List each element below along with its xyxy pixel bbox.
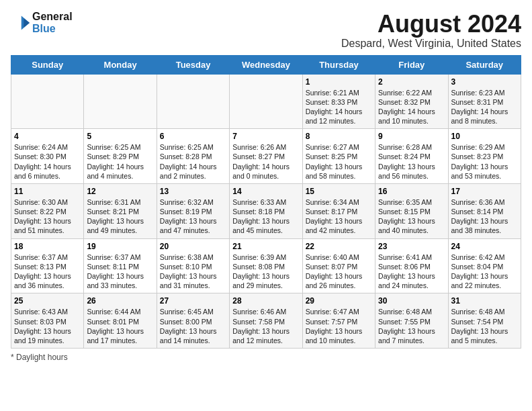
calendar-week-row: 4Sunrise: 6:24 AMSunset: 8:30 PMDaylight… xyxy=(11,129,521,184)
calendar-cell: 23Sunrise: 6:41 AMSunset: 8:06 PMDayligh… xyxy=(375,238,448,293)
calendar-cell: 6Sunrise: 6:25 AMSunset: 8:28 PMDaylight… xyxy=(157,129,229,184)
day-info: Sunrise: 6:32 AMSunset: 8:19 PMDaylight:… xyxy=(160,197,226,236)
calendar-header: SundayMondayTuesdayWednesdayThursdayFrid… xyxy=(11,55,521,74)
calendar-week-row: 11Sunrise: 6:30 AMSunset: 8:22 PMDayligh… xyxy=(11,183,521,238)
day-info: Sunrise: 6:36 AMSunset: 8:14 PMDaylight:… xyxy=(451,197,518,236)
subtitle: Despard, West Virginia, United States xyxy=(341,38,521,50)
main-title: August 2024 xyxy=(341,11,521,38)
day-number: 5 xyxy=(87,132,153,141)
calendar-cell: 12Sunrise: 6:31 AMSunset: 8:21 PMDayligh… xyxy=(84,183,157,238)
day-info: Sunrise: 6:31 AMSunset: 8:21 PMDaylight:… xyxy=(87,197,153,236)
day-info: Sunrise: 6:43 AMSunset: 8:03 PMDaylight:… xyxy=(14,307,81,345)
day-number: 23 xyxy=(378,242,445,251)
day-number: 4 xyxy=(14,132,81,141)
calendar-cell: 9Sunrise: 6:28 AMSunset: 8:24 PMDaylight… xyxy=(375,129,448,184)
calendar-cell: 7Sunrise: 6:26 AMSunset: 8:27 PMDaylight… xyxy=(230,129,302,184)
day-of-week-header: Thursday xyxy=(302,55,375,74)
calendar-cell: 4Sunrise: 6:24 AMSunset: 8:30 PMDaylight… xyxy=(11,129,84,184)
day-info: Sunrise: 6:28 AMSunset: 8:24 PMDaylight:… xyxy=(378,142,445,181)
calendar-cell: 18Sunrise: 6:37 AMSunset: 8:13 PMDayligh… xyxy=(11,238,84,293)
calendar-cell: 14Sunrise: 6:33 AMSunset: 8:18 PMDayligh… xyxy=(230,183,302,238)
day-number: 13 xyxy=(160,187,226,196)
calendar-cell: 17Sunrise: 6:36 AMSunset: 8:14 PMDayligh… xyxy=(448,183,521,238)
calendar-cell: 3Sunrise: 6:23 AMSunset: 8:31 PMDaylight… xyxy=(448,74,521,129)
day-of-week-header: Tuesday xyxy=(157,55,229,74)
day-info: Sunrise: 6:23 AMSunset: 8:31 PMDaylight:… xyxy=(451,88,518,126)
day-number: 9 xyxy=(378,132,445,141)
header: General Blue August 2024 Despard, West V… xyxy=(11,11,521,50)
calendar-cell: 24Sunrise: 6:42 AMSunset: 8:04 PMDayligh… xyxy=(448,238,521,293)
day-number: 29 xyxy=(306,296,372,306)
calendar-cell xyxy=(84,74,157,129)
day-number: 21 xyxy=(232,242,299,251)
calendar-cell xyxy=(11,74,84,129)
calendar-cell: 15Sunrise: 6:34 AMSunset: 8:17 PMDayligh… xyxy=(302,183,375,238)
day-number: 17 xyxy=(451,187,518,196)
footer-note: * Daylight hours xyxy=(11,353,521,362)
calendar-cell: 1Sunrise: 6:21 AMSunset: 8:33 PMDaylight… xyxy=(302,74,375,129)
day-info: Sunrise: 6:25 AMSunset: 8:29 PMDaylight:… xyxy=(87,142,153,181)
day-info: Sunrise: 6:33 AMSunset: 8:18 PMDaylight:… xyxy=(232,197,299,236)
day-info: Sunrise: 6:42 AMSunset: 8:04 PMDaylight:… xyxy=(451,253,518,291)
day-number: 22 xyxy=(306,242,372,251)
day-info: Sunrise: 6:21 AMSunset: 8:33 PMDaylight:… xyxy=(306,88,372,126)
day-info: Sunrise: 6:37 AMSunset: 8:11 PMDaylight:… xyxy=(87,253,153,291)
day-number: 14 xyxy=(232,187,299,196)
day-of-week-header: Saturday xyxy=(448,55,521,74)
calendar-week-row: 18Sunrise: 6:37 AMSunset: 8:13 PMDayligh… xyxy=(11,238,521,293)
day-number: 3 xyxy=(451,77,518,87)
day-info: Sunrise: 6:48 AMSunset: 7:54 PMDaylight:… xyxy=(451,307,518,345)
calendar-week-row: 25Sunrise: 6:43 AMSunset: 8:03 PMDayligh… xyxy=(11,293,521,349)
day-number: 2 xyxy=(378,77,445,87)
day-number: 8 xyxy=(306,132,372,141)
calendar-cell: 21Sunrise: 6:39 AMSunset: 8:08 PMDayligh… xyxy=(230,238,302,293)
logo-icon xyxy=(11,13,30,32)
calendar-cell: 26Sunrise: 6:44 AMSunset: 8:01 PMDayligh… xyxy=(84,293,157,349)
day-info: Sunrise: 6:47 AMSunset: 7:57 PMDaylight:… xyxy=(306,307,372,345)
calendar-cell: 27Sunrise: 6:45 AMSunset: 8:00 PMDayligh… xyxy=(157,293,229,349)
day-number: 11 xyxy=(14,187,81,196)
calendar-cell: 29Sunrise: 6:47 AMSunset: 7:57 PMDayligh… xyxy=(302,293,375,349)
calendar-cell: 20Sunrise: 6:38 AMSunset: 8:10 PMDayligh… xyxy=(157,238,229,293)
day-info: Sunrise: 6:26 AMSunset: 8:27 PMDaylight:… xyxy=(232,142,299,181)
calendar-cell: 10Sunrise: 6:29 AMSunset: 8:23 PMDayligh… xyxy=(448,129,521,184)
calendar-cell: 2Sunrise: 6:22 AMSunset: 8:32 PMDaylight… xyxy=(375,74,448,129)
day-info: Sunrise: 6:38 AMSunset: 8:10 PMDaylight:… xyxy=(160,253,226,291)
logo-text: General Blue xyxy=(32,11,73,34)
calendar-cell: 16Sunrise: 6:35 AMSunset: 8:15 PMDayligh… xyxy=(375,183,448,238)
day-info: Sunrise: 6:30 AMSunset: 8:22 PMDaylight:… xyxy=(14,197,81,236)
calendar-cell: 11Sunrise: 6:30 AMSunset: 8:22 PMDayligh… xyxy=(11,183,84,238)
day-of-week-header: Monday xyxy=(84,55,157,74)
day-number: 19 xyxy=(87,242,153,251)
days-of-week-row: SundayMondayTuesdayWednesdayThursdayFrid… xyxy=(11,55,521,74)
calendar-cell: 19Sunrise: 6:37 AMSunset: 8:11 PMDayligh… xyxy=(84,238,157,293)
calendar-cell: 5Sunrise: 6:25 AMSunset: 8:29 PMDaylight… xyxy=(84,129,157,184)
day-number: 20 xyxy=(160,242,226,251)
day-number: 18 xyxy=(14,242,81,251)
day-info: Sunrise: 6:35 AMSunset: 8:15 PMDaylight:… xyxy=(378,197,445,236)
day-number: 26 xyxy=(87,296,153,306)
day-of-week-header: Sunday xyxy=(11,55,84,74)
day-info: Sunrise: 6:41 AMSunset: 8:06 PMDaylight:… xyxy=(378,253,445,291)
calendar-cell: 25Sunrise: 6:43 AMSunset: 8:03 PMDayligh… xyxy=(11,293,84,349)
day-number: 10 xyxy=(451,132,518,141)
day-info: Sunrise: 6:34 AMSunset: 8:17 PMDaylight:… xyxy=(306,197,372,236)
day-info: Sunrise: 6:29 AMSunset: 8:23 PMDaylight:… xyxy=(451,142,518,181)
day-info: Sunrise: 6:45 AMSunset: 8:00 PMDaylight:… xyxy=(160,307,226,345)
day-number: 1 xyxy=(306,77,372,87)
day-number: 16 xyxy=(378,187,445,196)
day-number: 27 xyxy=(160,296,226,306)
calendar-cell xyxy=(157,74,229,129)
day-info: Sunrise: 6:48 AMSunset: 7:55 PMDaylight:… xyxy=(378,307,445,345)
day-info: Sunrise: 6:37 AMSunset: 8:13 PMDaylight:… xyxy=(14,253,81,291)
footer-label: Daylight hours xyxy=(16,353,68,362)
day-info: Sunrise: 6:46 AMSunset: 7:58 PMDaylight:… xyxy=(232,307,299,345)
day-number: 25 xyxy=(14,296,81,306)
calendar-body: 1Sunrise: 6:21 AMSunset: 8:33 PMDaylight… xyxy=(11,74,521,348)
day-info: Sunrise: 6:25 AMSunset: 8:28 PMDaylight:… xyxy=(160,142,226,181)
calendar-cell: 28Sunrise: 6:46 AMSunset: 7:58 PMDayligh… xyxy=(230,293,302,349)
day-info: Sunrise: 6:22 AMSunset: 8:32 PMDaylight:… xyxy=(378,88,445,126)
day-number: 28 xyxy=(232,296,299,306)
day-number: 7 xyxy=(232,132,299,141)
calendar: SundayMondayTuesdayWednesdayThursdayFrid… xyxy=(11,55,521,349)
